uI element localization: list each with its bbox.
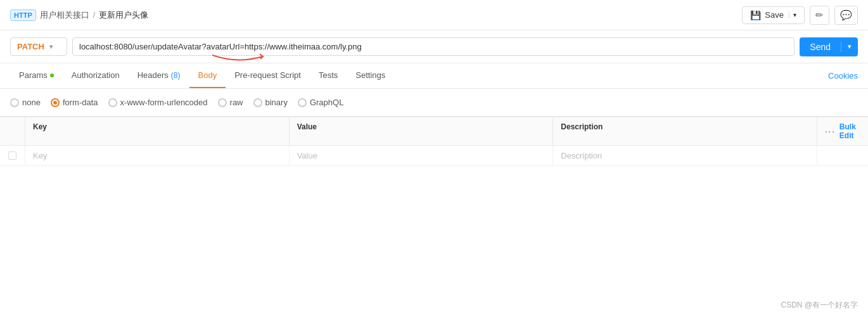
- breadcrumb: HTTP 用户相关接口 / 更新用户头像: [10, 10, 148, 21]
- tab-pre-request[interactable]: Pre-request Script: [226, 63, 310, 88]
- send-label: Send: [800, 42, 841, 52]
- save-chevron-icon[interactable]: ▾: [789, 11, 796, 18]
- row-actions-cell: [817, 146, 868, 165]
- tabs-list: Params Authorization Headers (8) Body Pr…: [10, 63, 394, 88]
- option-binary[interactable]: binary: [253, 98, 288, 107]
- header-checkbox-cell: [0, 117, 25, 145]
- row-value-cell[interactable]: Value: [290, 146, 554, 165]
- tab-body[interactable]: Body: [189, 63, 226, 88]
- table-header-row: Key Value Description ··· Bulk Edit: [0, 117, 868, 146]
- key-value-table: Key Value Description ··· Bulk Edit Key …: [0, 117, 868, 166]
- option-none[interactable]: none: [10, 98, 41, 107]
- option-binary-label: binary: [265, 98, 288, 107]
- tab-settings[interactable]: Settings: [347, 63, 394, 88]
- option-urlencoded[interactable]: x-www-form-urlencoded: [108, 98, 208, 107]
- headers-badge: (8): [171, 71, 181, 80]
- row-description-cell[interactable]: Description: [553, 146, 817, 165]
- method-label: PATCH: [17, 42, 44, 51]
- tab-authorization[interactable]: Authorization: [63, 63, 129, 88]
- row-checkbox-cell: [0, 146, 25, 165]
- row-key-cell[interactable]: Key: [25, 146, 290, 165]
- header-key: Key: [25, 117, 290, 145]
- option-raw-label: raw: [230, 98, 243, 107]
- params-dot: [50, 74, 54, 77]
- footer-text: CSDN @有一个好名字: [781, 301, 858, 309]
- option-graphql-label: GraphQL: [310, 98, 343, 107]
- breadcrumb-parent: 用户相关接口: [40, 10, 89, 21]
- save-label: Save: [765, 10, 784, 20]
- save-button[interactable]: 💾 Save ▾: [742, 6, 805, 24]
- radio-form-data[interactable]: [51, 98, 60, 107]
- tab-settings-label: Settings: [355, 70, 385, 80]
- edit-button[interactable]: ✏: [810, 6, 829, 25]
- row-checkbox[interactable]: [8, 152, 16, 160]
- top-bar: HTTP 用户相关接口 / 更新用户头像 💾 Save ▾ ✏ 💬: [0, 0, 868, 30]
- tab-tests-label: Tests: [319, 70, 338, 80]
- tabs-bar: Params Authorization Headers (8) Body Pr…: [0, 63, 868, 89]
- send-button[interactable]: Send ▾: [800, 37, 858, 56]
- tab-body-label: Body: [198, 70, 217, 80]
- tab-headers[interactable]: Headers (8): [129, 63, 189, 88]
- header-bulk-edit-cell: ··· Bulk Edit: [817, 117, 868, 145]
- tab-params-label: Params: [19, 70, 48, 80]
- cookies-link[interactable]: Cookies: [828, 71, 858, 81]
- save-icon: 💾: [750, 10, 761, 20]
- breadcrumb-current: 更新用户头像: [99, 10, 148, 21]
- more-options-icon[interactable]: ···: [825, 127, 836, 136]
- radio-urlencoded[interactable]: [108, 98, 117, 107]
- header-value: Value: [290, 117, 554, 145]
- tab-authorization-label: Authorization: [72, 70, 120, 80]
- url-input[interactable]: localhost:8080/user/updateAvatar?avatarU…: [72, 37, 795, 56]
- tab-tests[interactable]: Tests: [310, 63, 347, 88]
- method-chevron-icon: ▾: [49, 43, 53, 50]
- option-graphql[interactable]: GraphQL: [298, 98, 343, 107]
- top-bar-actions: 💾 Save ▾ ✏ 💬: [742, 6, 858, 25]
- radio-binary[interactable]: [253, 98, 262, 107]
- table-row: Key Value Description: [0, 146, 868, 166]
- method-select[interactable]: PATCH ▾: [10, 37, 67, 56]
- url-bar: PATCH ▾ localhost:8080/user/updateAvatar…: [0, 30, 868, 63]
- send-chevron-icon: ▾: [841, 42, 858, 51]
- option-urlencoded-label: x-www-form-urlencoded: [120, 98, 208, 107]
- option-raw[interactable]: raw: [218, 98, 243, 107]
- comment-button[interactable]: 💬: [834, 6, 858, 25]
- option-form-data[interactable]: form-data: [51, 98, 98, 107]
- option-none-label: none: [22, 98, 41, 107]
- radio-none[interactable]: [10, 98, 19, 107]
- option-form-data-label: form-data: [63, 98, 98, 107]
- footer: CSDN @有一个好名字: [781, 300, 858, 311]
- radio-raw[interactable]: [218, 98, 227, 107]
- radio-graphql[interactable]: [298, 98, 307, 107]
- bulk-edit-button[interactable]: Bulk Edit: [839, 122, 860, 140]
- tab-pre-request-label: Pre-request Script: [234, 70, 301, 80]
- tab-params[interactable]: Params: [10, 63, 63, 88]
- body-options: none form-data x-www-form-urlencoded raw…: [0, 89, 868, 117]
- header-description: Description: [553, 117, 817, 145]
- tab-headers-label: Headers: [137, 70, 169, 80]
- url-text: localhost:8080/user/updateAvatar?avatarU…: [79, 42, 362, 51]
- breadcrumb-separator: /: [93, 10, 96, 20]
- http-badge: HTTP: [10, 10, 36, 21]
